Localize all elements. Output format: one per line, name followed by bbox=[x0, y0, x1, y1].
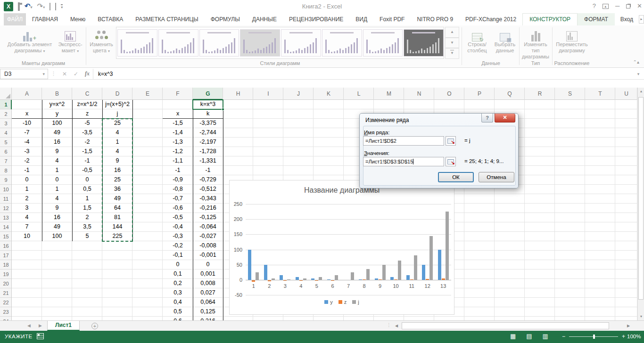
cell-E4[interactable] bbox=[132, 128, 163, 138]
cell-B7[interactable]: 4 bbox=[42, 156, 72, 166]
cell-C7[interactable]: -1 bbox=[72, 156, 102, 166]
cell-T4[interactable] bbox=[585, 128, 615, 138]
cell-P11[interactable] bbox=[464, 194, 495, 204]
cell-A13[interactable]: 4 bbox=[12, 213, 42, 222]
cell-Q16[interactable] bbox=[495, 241, 525, 251]
cell-S17[interactable] bbox=[555, 251, 585, 260]
cell-L1[interactable] bbox=[344, 100, 374, 109]
cell-G10[interactable]: -0,512 bbox=[193, 185, 223, 194]
chart-bar-j[interactable] bbox=[351, 272, 354, 280]
cell-F6[interactable]: -1,2 bbox=[163, 147, 193, 156]
cell-D5[interactable]: 1 bbox=[102, 138, 132, 147]
cell-F10[interactable]: -0,8 bbox=[163, 185, 193, 194]
cell-H3[interactable] bbox=[223, 119, 253, 128]
cell-K6[interactable] bbox=[314, 147, 344, 156]
column-header-I[interactable]: I bbox=[253, 88, 283, 100]
cell-L24[interactable] bbox=[344, 317, 374, 320]
normal-view-icon[interactable]: ▦ bbox=[510, 333, 516, 340]
cell-U17[interactable] bbox=[615, 251, 637, 260]
cell-Q1[interactable] bbox=[495, 100, 525, 109]
row-header-19[interactable]: 19 bbox=[0, 270, 12, 279]
tab-ФОРМУЛЫ[interactable]: ФОРМУЛЫ bbox=[205, 13, 246, 25]
collapse-dialog-icon[interactable]: ↘ bbox=[446, 136, 456, 146]
row-header-24[interactable]: 24 bbox=[0, 317, 12, 320]
cell-G11[interactable]: -0,343 bbox=[193, 194, 223, 204]
cell-I3[interactable] bbox=[253, 119, 283, 128]
cell-E23[interactable] bbox=[132, 307, 163, 317]
row-header-9[interactable]: 9 bbox=[0, 175, 12, 185]
cell-C8[interactable]: -0,5 bbox=[72, 166, 102, 175]
cell-J2[interactable] bbox=[283, 109, 314, 119]
change-chart-type-button[interactable]: Изменить тип диаграммы bbox=[521, 26, 550, 59]
cell-B20[interactable] bbox=[42, 279, 72, 288]
cell-R17[interactable] bbox=[525, 251, 555, 260]
cell-P15[interactable] bbox=[464, 232, 495, 241]
tab-ВСТАВКА[interactable]: ВСТАВКА bbox=[91, 13, 129, 25]
cell-S24[interactable] bbox=[555, 317, 585, 320]
cell-S11[interactable] bbox=[555, 194, 585, 204]
cell-H5[interactable] bbox=[223, 138, 253, 147]
sheet-tab[interactable]: Лист1 bbox=[47, 321, 80, 331]
cell-G6[interactable]: -1,728 bbox=[193, 147, 223, 156]
cell-F18[interactable]: 0 bbox=[163, 260, 193, 270]
cell-P18[interactable] bbox=[464, 260, 495, 270]
embedded-chart[interactable]: Название диаграммы 250200150100500-50123… bbox=[229, 180, 454, 315]
cell-C20[interactable] bbox=[72, 279, 102, 288]
tab-ГЛАВНАЯ[interactable]: ГЛАВНАЯ bbox=[26, 13, 64, 25]
cell-S5[interactable] bbox=[555, 138, 585, 147]
cell-J3[interactable] bbox=[283, 119, 314, 128]
cell-G4[interactable]: -2,744 bbox=[193, 128, 223, 138]
cell-U7[interactable] bbox=[615, 156, 637, 166]
cell-G23[interactable]: 0,125 bbox=[193, 307, 223, 317]
cell-E16[interactable] bbox=[132, 241, 163, 251]
cell-D20[interactable] bbox=[102, 279, 132, 288]
series-values-input[interactable]: =Лист1!$D$3:$D$15 bbox=[363, 157, 444, 166]
cell-A20[interactable] bbox=[12, 279, 42, 288]
cell-B1[interactable]: y=x^2 bbox=[42, 100, 72, 109]
cell-G16[interactable]: -0,008 bbox=[193, 241, 223, 251]
cell-Q12[interactable] bbox=[495, 204, 525, 213]
cell-N1[interactable] bbox=[404, 100, 434, 109]
cell-S1[interactable] bbox=[555, 100, 585, 109]
new-sheet-icon[interactable]: + bbox=[91, 323, 98, 329]
cell-C11[interactable]: 1 bbox=[72, 194, 102, 204]
cell-S7[interactable] bbox=[555, 156, 585, 166]
chart-bar-y[interactable] bbox=[311, 278, 314, 280]
column-header-P[interactable]: P bbox=[464, 88, 495, 100]
column-header-D[interactable]: D bbox=[102, 88, 132, 100]
cell-R21[interactable] bbox=[525, 288, 555, 298]
cell-F23[interactable]: 0,5 bbox=[163, 307, 193, 317]
chart-bar-z[interactable] bbox=[268, 280, 271, 281]
cell-R7[interactable] bbox=[525, 156, 555, 166]
cell-S2[interactable] bbox=[555, 109, 585, 119]
cell-A9[interactable]: 0 bbox=[12, 175, 42, 185]
cell-O1[interactable] bbox=[434, 100, 464, 109]
cell-A10[interactable]: 1 bbox=[12, 185, 42, 194]
dialog-close-icon[interactable]: ✕ bbox=[495, 114, 515, 122]
cell-C17[interactable] bbox=[72, 251, 102, 260]
cell-R16[interactable] bbox=[525, 241, 555, 251]
column-header-K[interactable]: K bbox=[314, 88, 344, 100]
cell-J8[interactable] bbox=[283, 166, 314, 175]
chart-bar-y[interactable] bbox=[280, 275, 283, 280]
cell-E1[interactable] bbox=[132, 100, 163, 109]
column-header-L[interactable]: L bbox=[344, 88, 374, 100]
cell-U15[interactable] bbox=[615, 232, 637, 241]
cell-R4[interactable] bbox=[525, 128, 555, 138]
cell-B13[interactable]: 16 bbox=[42, 213, 72, 222]
column-header-C[interactable]: C bbox=[72, 88, 102, 100]
cell-I7[interactable] bbox=[253, 156, 283, 166]
chart-bar-j[interactable] bbox=[398, 261, 401, 280]
cell-A21[interactable] bbox=[12, 288, 42, 298]
cell-E5[interactable] bbox=[132, 138, 163, 147]
cell-K3[interactable] bbox=[314, 119, 344, 128]
cell-S15[interactable] bbox=[555, 232, 585, 241]
cell-J6[interactable] bbox=[283, 147, 314, 156]
cell-U16[interactable] bbox=[615, 241, 637, 251]
cell-P20[interactable] bbox=[464, 279, 495, 288]
cell-M1[interactable] bbox=[374, 100, 404, 109]
formula-input[interactable]: k=x^3 bbox=[93, 69, 633, 79]
cell-Q23[interactable] bbox=[495, 307, 525, 317]
chart-bar-j[interactable] bbox=[429, 236, 433, 280]
add-chart-element-button[interactable]: + Добавить элемент диаграммы ▾ bbox=[3, 26, 57, 59]
